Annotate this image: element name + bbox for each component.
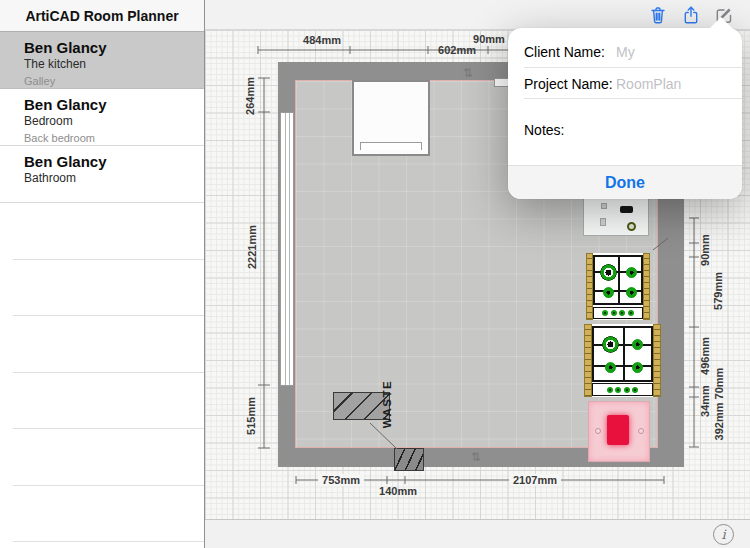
dim-label: 753mm [318,474,364,486]
separator [524,98,742,99]
notes-label: Notes: [524,122,616,138]
popover-arrow [709,17,733,29]
dim-label: 579mm [712,272,724,310]
done-button[interactable]: Done [605,174,645,192]
project-details-popover: Client Name: My Project Name: RoomPlan N… [508,28,742,199]
dim-label: 2107mm [509,474,561,486]
dim-label: 90mm [699,234,711,266]
client-name: Ben Glancy [24,38,196,57]
layout-name: Galley [24,75,196,88]
client-name-row: Client Name: My [508,36,742,68]
project-name-row: Project Name: RoomPlan [508,68,742,99]
client-name-field[interactable]: My [616,44,635,60]
notes-row: Notes: [508,120,742,140]
sidebar-item-bathroom[interactable]: Ben Glancy Bathroom [0,146,204,203]
client-name: Ben Glancy [24,95,196,114]
dim-label: 34mm [699,385,711,417]
info-glyph: i [721,527,725,542]
project-name-field[interactable]: RoomPlan [616,76,681,92]
trash-icon[interactable] [648,5,668,25]
dim-label: 2221mm [246,225,258,269]
room-name: The kitchen [24,57,196,72]
sidebar-item-kitchen[interactable]: Ben Glancy The kitchen Galley [0,32,204,89]
dim-label: 602mm [438,44,476,56]
dim-label: 484mm [303,34,341,46]
dim-label: 515mm [245,397,257,435]
dim-label: 140mm [379,485,417,497]
empty-row [13,373,204,430]
client-name-label: Client Name: [524,44,616,60]
top-toolbar [205,0,750,30]
app-window: ArtiCAD Room Planner Ben Glancy The kitc… [0,0,750,548]
bottom-bar: i [205,519,750,548]
project-sidebar: ArtiCAD Room Planner Ben Glancy The kitc… [0,0,205,548]
popover-footer: Done [508,165,742,199]
dim-label: 90mm [473,33,505,45]
project-name-label: Project Name: [524,76,616,92]
dim-label: 264mm [244,77,256,115]
empty-row [13,486,204,543]
dim-label: 392mm 70mm [713,368,725,441]
share-icon[interactable] [681,5,701,25]
sidebar-item-bedroom[interactable]: Ben Glancy Bedroom Back bedroom [0,89,204,146]
empty-row [13,260,204,317]
app-title: ArtiCAD Room Planner [25,8,178,24]
sidebar-header: ArtiCAD Room Planner [0,0,204,32]
dim-label: 496mm [699,337,711,375]
info-icon[interactable]: i [713,524,734,545]
room-name: Bathroom [24,171,196,186]
empty-row [13,316,204,373]
empty-row [13,429,204,486]
empty-row [13,203,204,260]
client-name: Ben Glancy [24,152,196,171]
layout-name: Back bedroom [24,132,196,145]
room-name: Bedroom [24,114,196,129]
